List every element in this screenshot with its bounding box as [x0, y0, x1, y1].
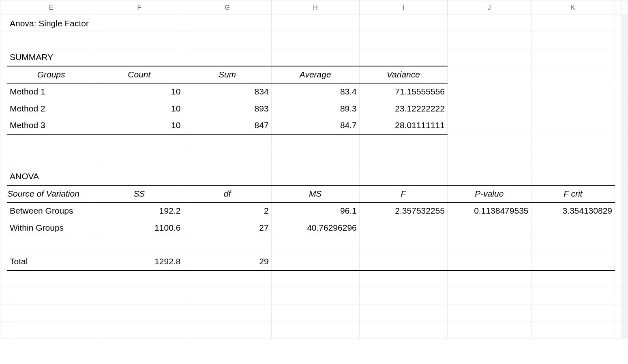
summary-row-count[interactable]: 10 — [95, 117, 183, 134]
cell[interactable] — [531, 117, 615, 134]
hdr-fcrit[interactable]: F crit — [531, 185, 615, 202]
col-header-g[interactable]: G — [183, 0, 271, 15]
cell[interactable] — [531, 66, 615, 83]
cell[interactable] — [7, 134, 95, 151]
cell[interactable] — [447, 117, 531, 134]
cell[interactable] — [447, 151, 531, 168]
cell[interactable] — [531, 321, 615, 338]
cell[interactable] — [271, 168, 359, 185]
summary-row-count[interactable]: 10 — [95, 83, 183, 100]
cell[interactable] — [359, 134, 447, 151]
cell[interactable] — [271, 287, 359, 304]
cell[interactable] — [183, 15, 271, 32]
cell[interactable] — [447, 253, 531, 270]
col-header-e[interactable]: E — [7, 0, 95, 15]
hdr-source[interactable]: Source of Variation — [7, 185, 95, 202]
col-header-j[interactable]: J — [447, 0, 531, 15]
anova-between-label[interactable]: Between Groups — [7, 202, 95, 219]
cell[interactable] — [183, 321, 271, 338]
summary-row-variance[interactable]: 71.15555556 — [359, 83, 447, 100]
cell[interactable] — [359, 321, 447, 338]
cell-title[interactable]: Anova: Single Factor — [7, 15, 95, 32]
anova-between-df[interactable]: 2 — [183, 202, 271, 219]
cell[interactable] — [7, 236, 95, 253]
cell[interactable] — [359, 236, 447, 253]
cell[interactable] — [531, 253, 615, 270]
spreadsheet-grid[interactable]: E F G H I J K Anova: Single Factor — [0, 0, 628, 338]
summary-row-group[interactable]: Method 2 — [7, 100, 95, 117]
cell[interactable] — [183, 49, 271, 66]
anova-label[interactable]: ANOVA — [7, 168, 95, 185]
cell[interactable] — [359, 49, 447, 66]
hdr-count[interactable]: Count — [95, 66, 183, 83]
cell[interactable] — [531, 270, 615, 287]
cell[interactable] — [7, 32, 95, 49]
col-header-k[interactable]: K — [531, 0, 615, 15]
hdr-sum[interactable]: Sum — [183, 66, 271, 83]
summary-row-sum[interactable]: 893 — [183, 100, 271, 117]
cell[interactable] — [95, 321, 183, 338]
hdr-ms[interactable]: MS — [271, 185, 359, 202]
cell[interactable] — [447, 15, 531, 32]
cell[interactable] — [531, 168, 615, 185]
cell[interactable] — [271, 253, 359, 270]
cell[interactable] — [359, 151, 447, 168]
cell[interactable] — [531, 100, 615, 117]
summary-row-variance[interactable]: 23.12222222 — [359, 100, 447, 117]
cell[interactable] — [359, 270, 447, 287]
cell[interactable] — [447, 304, 531, 321]
anova-between-f[interactable]: 2.357532255 — [359, 202, 447, 219]
cell[interactable] — [447, 100, 531, 117]
cell[interactable] — [95, 151, 183, 168]
summary-row-count[interactable]: 10 — [95, 100, 183, 117]
cell[interactable] — [271, 270, 359, 287]
cell[interactable] — [183, 151, 271, 168]
cell[interactable] — [447, 219, 531, 236]
col-header-i[interactable]: I — [359, 0, 447, 15]
cell[interactable] — [271, 15, 359, 32]
anova-between-fcrit[interactable]: 3.354130829 — [531, 202, 615, 219]
cell[interactable] — [447, 287, 531, 304]
cell[interactable] — [95, 270, 183, 287]
col-header-f[interactable]: F — [95, 0, 183, 15]
cell[interactable] — [7, 270, 95, 287]
cell[interactable] — [271, 236, 359, 253]
cell[interactable] — [271, 321, 359, 338]
anova-between-ms[interactable]: 96.1 — [271, 202, 359, 219]
cell[interactable] — [531, 304, 615, 321]
anova-between-pvalue[interactable]: 0.1138479535 — [447, 202, 531, 219]
cell[interactable] — [183, 270, 271, 287]
cell[interactable] — [359, 15, 447, 32]
summary-row-average[interactable]: 84.7 — [271, 117, 359, 134]
hdr-variance[interactable]: Variance — [359, 66, 447, 83]
cell[interactable] — [271, 49, 359, 66]
cell[interactable] — [95, 134, 183, 151]
summary-row-sum[interactable]: 834 — [183, 83, 271, 100]
cell[interactable] — [95, 32, 183, 49]
summary-row-average[interactable]: 83.4 — [271, 83, 359, 100]
summary-row-group[interactable]: Method 3 — [7, 117, 95, 134]
cell[interactable] — [447, 32, 531, 49]
anova-within-df[interactable]: 27 — [183, 219, 271, 236]
anova-within-ss[interactable]: 1100.6 — [95, 219, 183, 236]
cell[interactable] — [447, 270, 531, 287]
cell[interactable] — [531, 236, 615, 253]
cell[interactable] — [359, 168, 447, 185]
hdr-average[interactable]: Average — [271, 66, 359, 83]
cell[interactable] — [95, 236, 183, 253]
cell[interactable] — [95, 15, 183, 32]
cell[interactable] — [531, 134, 615, 151]
cell[interactable] — [7, 304, 95, 321]
cell[interactable] — [531, 151, 615, 168]
hdr-f[interactable]: F — [359, 185, 447, 202]
cell[interactable] — [7, 287, 95, 304]
summary-row-variance[interactable]: 28.01111111 — [359, 117, 447, 134]
cell[interactable] — [531, 287, 615, 304]
cell[interactable] — [531, 219, 615, 236]
hdr-df[interactable]: df — [183, 185, 271, 202]
anova-between-ss[interactable]: 192.2 — [95, 202, 183, 219]
cell[interactable] — [183, 287, 271, 304]
cell[interactable] — [531, 15, 615, 32]
cell[interactable] — [95, 304, 183, 321]
anova-total-label[interactable]: Total — [7, 253, 95, 270]
